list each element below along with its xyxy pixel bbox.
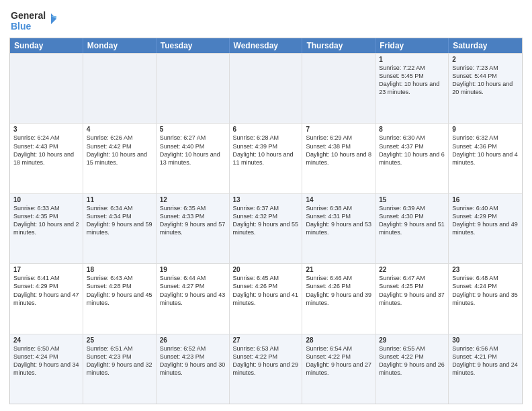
cal-cell-day-19: 19Sunrise: 6:44 AM Sunset: 4:27 PM Dayli… xyxy=(157,264,230,333)
day-info: Sunrise: 6:39 AM Sunset: 4:30 PM Dayligh… xyxy=(379,204,445,237)
cal-cell-day-23: 23Sunrise: 6:48 AM Sunset: 4:24 PM Dayli… xyxy=(449,264,522,333)
cal-cell-day-26: 26Sunrise: 6:52 AM Sunset: 4:23 PM Dayli… xyxy=(157,334,230,404)
logo: General Blue xyxy=(9,7,56,34)
cal-cell-day-18: 18Sunrise: 6:43 AM Sunset: 4:28 PM Dayli… xyxy=(83,264,157,333)
cal-cell-day-24: 24Sunrise: 6:50 AM Sunset: 4:24 PM Dayli… xyxy=(10,334,83,404)
cal-cell-day-15: 15Sunrise: 6:39 AM Sunset: 4:30 PM Dayli… xyxy=(375,194,449,263)
day-number: 15 xyxy=(379,196,445,203)
cal-header-wednesday: Wednesday xyxy=(230,38,303,53)
cal-row-3: 17Sunrise: 6:41 AM Sunset: 4:29 PM Dayli… xyxy=(10,263,522,333)
day-number: 26 xyxy=(160,336,226,344)
calendar: SundayMondayTuesdayWednesdayThursdayFrid… xyxy=(9,38,523,404)
day-info: Sunrise: 6:24 AM Sunset: 4:43 PM Dayligh… xyxy=(13,134,79,167)
day-info: Sunrise: 6:28 AM Sunset: 4:39 PM Dayligh… xyxy=(233,134,299,167)
cal-header-monday: Monday xyxy=(83,38,157,53)
day-number: 4 xyxy=(87,126,152,133)
logo-svg: General Blue xyxy=(9,7,56,34)
svg-text:General: General xyxy=(11,10,46,21)
cal-header-saturday: Saturday xyxy=(449,38,522,53)
cal-cell-day-1: 1Sunrise: 7:22 AM Sunset: 5:45 PM Daylig… xyxy=(375,54,449,123)
cal-cell-day-3: 3Sunrise: 6:24 AM Sunset: 4:43 PM Daylig… xyxy=(10,124,83,193)
day-number: 5 xyxy=(160,126,226,133)
day-info: Sunrise: 6:53 AM Sunset: 4:22 PM Dayligh… xyxy=(233,345,299,377)
calendar-header-row: SundayMondayTuesdayWednesdayThursdayFrid… xyxy=(10,38,522,53)
day-number: 28 xyxy=(306,336,371,344)
day-info: Sunrise: 6:50 AM Sunset: 4:24 PM Dayligh… xyxy=(13,345,79,377)
cal-header-sunday: Sunday xyxy=(10,38,83,53)
day-info: Sunrise: 6:35 AM Sunset: 4:33 PM Dayligh… xyxy=(160,204,226,237)
cal-cell-empty xyxy=(157,54,230,123)
day-number: 8 xyxy=(379,126,445,133)
day-info: Sunrise: 6:45 AM Sunset: 4:26 PM Dayligh… xyxy=(233,274,299,307)
day-number: 16 xyxy=(452,196,519,203)
day-info: Sunrise: 6:48 AM Sunset: 4:24 PM Dayligh… xyxy=(452,274,519,307)
day-info: Sunrise: 6:33 AM Sunset: 4:35 PM Dayligh… xyxy=(13,204,79,237)
cal-cell-day-11: 11Sunrise: 6:34 AM Sunset: 4:34 PM Dayli… xyxy=(83,194,157,263)
cal-header-tuesday: Tuesday xyxy=(157,38,230,53)
day-number: 11 xyxy=(87,196,152,203)
cal-cell-day-7: 7Sunrise: 6:29 AM Sunset: 4:38 PM Daylig… xyxy=(302,124,375,193)
cal-cell-day-17: 17Sunrise: 6:41 AM Sunset: 4:29 PM Dayli… xyxy=(10,264,83,333)
day-info: Sunrise: 6:40 AM Sunset: 4:29 PM Dayligh… xyxy=(452,204,519,237)
cal-row-1: 3Sunrise: 6:24 AM Sunset: 4:43 PM Daylig… xyxy=(10,123,522,193)
cal-cell-day-29: 29Sunrise: 6:55 AM Sunset: 4:22 PM Dayli… xyxy=(375,334,449,404)
cal-cell-day-5: 5Sunrise: 6:27 AM Sunset: 4:40 PM Daylig… xyxy=(157,124,230,193)
day-number: 19 xyxy=(160,266,226,273)
cal-row-0: 1Sunrise: 7:22 AM Sunset: 5:45 PM Daylig… xyxy=(10,53,522,123)
day-number: 20 xyxy=(233,266,299,273)
day-number: 21 xyxy=(306,266,371,273)
cal-cell-day-13: 13Sunrise: 6:37 AM Sunset: 4:32 PM Dayli… xyxy=(230,194,303,263)
day-number: 23 xyxy=(452,266,519,273)
cal-cell-day-12: 12Sunrise: 6:35 AM Sunset: 4:33 PM Dayli… xyxy=(157,194,230,263)
cal-cell-day-27: 27Sunrise: 6:53 AM Sunset: 4:22 PM Dayli… xyxy=(230,334,303,404)
day-info: Sunrise: 6:30 AM Sunset: 4:37 PM Dayligh… xyxy=(379,134,445,167)
day-number: 29 xyxy=(379,336,445,344)
cal-cell-day-28: 28Sunrise: 6:54 AM Sunset: 4:22 PM Dayli… xyxy=(302,334,375,404)
cal-cell-day-10: 10Sunrise: 6:33 AM Sunset: 4:35 PM Dayli… xyxy=(10,194,83,263)
day-info: Sunrise: 6:43 AM Sunset: 4:28 PM Dayligh… xyxy=(87,274,152,307)
day-info: Sunrise: 7:22 AM Sunset: 5:45 PM Dayligh… xyxy=(379,64,445,97)
day-number: 9 xyxy=(452,126,519,133)
cal-cell-day-4: 4Sunrise: 6:26 AM Sunset: 4:42 PM Daylig… xyxy=(83,124,157,193)
day-number: 12 xyxy=(160,196,226,203)
cal-cell-empty xyxy=(230,54,303,123)
cal-cell-day-20: 20Sunrise: 6:45 AM Sunset: 4:26 PM Dayli… xyxy=(230,264,303,333)
cal-cell-day-22: 22Sunrise: 6:47 AM Sunset: 4:25 PM Dayli… xyxy=(375,264,449,333)
cal-cell-empty xyxy=(83,54,157,123)
cal-cell-day-25: 25Sunrise: 6:51 AM Sunset: 4:23 PM Dayli… xyxy=(83,334,157,404)
day-info: Sunrise: 6:56 AM Sunset: 4:21 PM Dayligh… xyxy=(452,345,519,377)
cal-row-2: 10Sunrise: 6:33 AM Sunset: 4:35 PM Dayli… xyxy=(10,193,522,263)
day-number: 1 xyxy=(379,56,445,63)
day-number: 18 xyxy=(87,266,152,273)
cal-cell-day-6: 6Sunrise: 6:28 AM Sunset: 4:39 PM Daylig… xyxy=(230,124,303,193)
day-number: 30 xyxy=(452,336,519,344)
cal-header-thursday: Thursday xyxy=(302,38,375,53)
day-info: Sunrise: 6:37 AM Sunset: 4:32 PM Dayligh… xyxy=(233,204,299,237)
svg-marker-2 xyxy=(51,13,56,24)
cal-cell-empty xyxy=(302,54,375,123)
cal-cell-day-21: 21Sunrise: 6:46 AM Sunset: 4:26 PM Dayli… xyxy=(302,264,375,333)
cal-row-4: 24Sunrise: 6:50 AM Sunset: 4:24 PM Dayli… xyxy=(10,334,522,404)
cal-cell-day-30: 30Sunrise: 6:56 AM Sunset: 4:21 PM Dayli… xyxy=(449,334,522,404)
day-info: Sunrise: 6:32 AM Sunset: 4:36 PM Dayligh… xyxy=(452,134,519,167)
day-number: 7 xyxy=(306,126,371,133)
day-number: 24 xyxy=(13,336,79,344)
header: General Blue xyxy=(9,7,523,34)
cal-cell-day-14: 14Sunrise: 6:38 AM Sunset: 4:31 PM Dayli… xyxy=(302,194,375,263)
day-number: 22 xyxy=(379,266,445,273)
cal-cell-day-2: 2Sunrise: 7:23 AM Sunset: 5:44 PM Daylig… xyxy=(449,54,522,123)
day-number: 2 xyxy=(452,56,519,63)
day-info: Sunrise: 7:23 AM Sunset: 5:44 PM Dayligh… xyxy=(452,64,519,97)
day-number: 17 xyxy=(13,266,79,273)
day-info: Sunrise: 6:41 AM Sunset: 4:29 PM Dayligh… xyxy=(13,274,79,307)
day-info: Sunrise: 6:51 AM Sunset: 4:23 PM Dayligh… xyxy=(87,345,152,377)
svg-text:Blue: Blue xyxy=(11,21,32,32)
cal-cell-day-16: 16Sunrise: 6:40 AM Sunset: 4:29 PM Dayli… xyxy=(449,194,522,263)
cal-cell-empty xyxy=(10,54,83,123)
day-number: 13 xyxy=(233,196,299,203)
day-info: Sunrise: 6:34 AM Sunset: 4:34 PM Dayligh… xyxy=(87,204,152,237)
day-number: 14 xyxy=(306,196,371,203)
day-number: 27 xyxy=(233,336,299,344)
page: General Blue SundayMondayTuesdayWednesda… xyxy=(0,0,532,411)
day-info: Sunrise: 6:27 AM Sunset: 4:40 PM Dayligh… xyxy=(160,134,226,167)
